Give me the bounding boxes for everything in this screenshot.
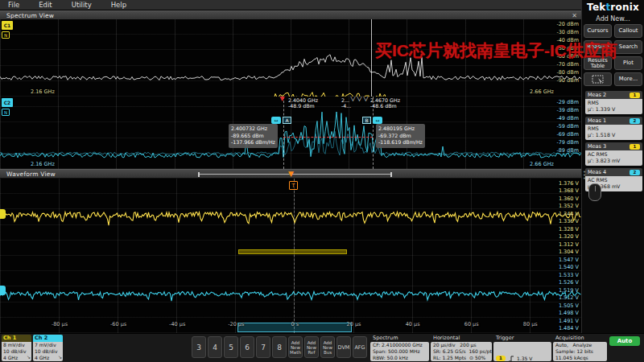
trigger-source-badge: 1 bbox=[496, 356, 506, 361]
acquisition-settings-badge[interactable]: Acquisition Auto, AnalyzeSample: 12 bits… bbox=[553, 335, 607, 361]
settings-bar: Ch 1 ↘8 mV/div10 dB/div4 GHz Ch 2 ↘7 mV/… bbox=[0, 333, 644, 362]
cursor-gate-line bbox=[283, 137, 373, 138]
horizontal-settings-badge[interactable]: Horizontal 20 µs/div 200 µsSR: 6.25 GS/s… bbox=[431, 335, 492, 361]
ch2-waveform-handle[interactable] bbox=[0, 286, 6, 295]
voltage-label-ch2: 1.526 V bbox=[559, 279, 579, 286]
spectrum-plot-ch2[interactable]: ▼ 2.4040 GHz-48.9 dBm 2...-4... ▽ ▽ ▽ 2.… bbox=[0, 97, 581, 169]
trigger-settings-badge[interactable]: Trigger 1 1.35 V Noise Reject bbox=[493, 335, 551, 361]
auto-trigger-button[interactable]: Auto bbox=[609, 336, 640, 346]
rising-edge-icon bbox=[508, 356, 514, 362]
dvm-button[interactable]: DVM bbox=[336, 336, 351, 358]
channel-1-badge[interactable]: Ch 1 ↘8 mV/div10 dB/div4 GHz bbox=[2, 335, 31, 361]
probe-icon: ↘ bbox=[58, 354, 62, 360]
waveform-plot[interactable]: T 1.376 V1.368 V1.360 V1.352 V1.344 V1.3… bbox=[0, 179, 581, 333]
channel-1-name: Ch 1 bbox=[2, 335, 31, 342]
measurement-type: RMS bbox=[588, 100, 640, 106]
db-label: -29 dBm bbox=[556, 99, 579, 105]
draw-a-box-icon bbox=[592, 75, 605, 84]
tektronix-logo: Tektronix bbox=[582, 0, 644, 13]
db-label: -70 dBm bbox=[556, 61, 579, 68]
time-label: 60 µs bbox=[464, 321, 479, 327]
peak-marker-icon[interactable]: ▽ bbox=[350, 97, 356, 102]
button-plot[interactable]: Plot bbox=[614, 56, 642, 70]
ch1-trace-type-badge[interactable]: N bbox=[2, 31, 10, 39]
spectrum-time-gate-ch1[interactable] bbox=[238, 249, 347, 254]
voltage-label-ch2: 1.540 V bbox=[559, 264, 579, 270]
peak-marker-icon[interactable]: ▽ bbox=[363, 97, 369, 102]
menu-item-help[interactable]: Help bbox=[103, 1, 138, 9]
measurement-badge[interactable]: Meas 31AC RMSµ': 3.823 mV bbox=[585, 142, 642, 166]
setting-line: RBW: 50.0 kHz bbox=[373, 355, 427, 361]
horizontal-settings-values: 20 µs/div 200 µsSR: 6.25 GS/s 160 ps/ptR… bbox=[431, 342, 492, 361]
cursor-a-line[interactable] bbox=[283, 97, 284, 169]
menu-item-file[interactable]: File bbox=[0, 1, 31, 9]
db-label: -90 dBm bbox=[556, 77, 579, 84]
channel-2-settings: ↘7 mV/div10 dB/div4 GHz bbox=[33, 342, 63, 361]
probe-icon: ↘ bbox=[27, 354, 31, 360]
channel-button-4[interactable]: 4 bbox=[208, 336, 222, 358]
spectrum-settings-badge[interactable]: Spectrum CF: 2.41000000 GHzSpan: 500.000… bbox=[370, 335, 429, 361]
channel-button-7[interactable]: 7 bbox=[256, 336, 270, 358]
afg-button[interactable]: AFG bbox=[353, 336, 367, 358]
db-label: -20 dBm bbox=[556, 21, 579, 27]
menu-item-edit[interactable]: Edit bbox=[31, 1, 63, 9]
cursor-a-handle-icon[interactable]: ↔ bbox=[271, 117, 281, 124]
voltage-label-ch2: 1.547 V bbox=[559, 257, 579, 263]
measurement-name: Meas 4 bbox=[588, 168, 606, 176]
trigger-indicator[interactable]: T bbox=[289, 181, 298, 190]
spectrum-view-title: Spectrum View bbox=[0, 12, 54, 19]
ch1-spectrum-badge[interactable]: C1 bbox=[2, 21, 13, 30]
marker-line[interactable] bbox=[371, 19, 372, 97]
channel-setting-line: 7 mV/div bbox=[35, 342, 61, 348]
channel-button-6[interactable]: 6 bbox=[240, 336, 254, 358]
add-new-bus-button[interactable]: Add New Bus bbox=[320, 336, 335, 358]
peak-marker-readout: 2.4670 GHz-48.6 dBm bbox=[370, 97, 400, 109]
measurement-badge[interactable]: Meas 12RMSµ': 1.518 V bbox=[585, 117, 642, 140]
ch1-start-freq: 2.16 GHz bbox=[31, 88, 55, 95]
voltage-label-ch1: 1.344 V bbox=[559, 211, 579, 217]
waveform-traces bbox=[0, 179, 581, 333]
button-search[interactable]: Search bbox=[614, 40, 642, 54]
button-cursors[interactable]: Cursors bbox=[584, 24, 612, 38]
measurement-type: AC RMS bbox=[588, 151, 640, 158]
trigger-settings-values: 1 1.35 V Noise Reject bbox=[493, 342, 551, 361]
db-label: -59 dBm bbox=[556, 123, 579, 130]
menu-item-utility[interactable]: Utility bbox=[64, 1, 103, 9]
add-new-math-button[interactable]: Add New Math bbox=[288, 336, 303, 358]
cursor-b-handle-icon[interactable]: ↔ bbox=[373, 117, 382, 124]
reference-marker-icon[interactable]: ▼ bbox=[279, 97, 285, 102]
channel-button-8[interactable]: 8 bbox=[272, 336, 287, 358]
measurement-header: Meas 21 bbox=[585, 91, 642, 99]
ch1-waveform-handle[interactable] bbox=[0, 209, 6, 219]
measurement-body: AC RMSµ': 3.823 mV bbox=[585, 150, 642, 166]
panel-resize-handle[interactable]: ••• bbox=[583, 171, 586, 180]
peak-marker-icon[interactable]: ▽ bbox=[357, 97, 362, 102]
db-label: -39 dBm bbox=[556, 107, 579, 113]
measurement-source-tag: 1 bbox=[630, 93, 640, 98]
measurement-name: Meas 3 bbox=[588, 142, 606, 150]
setting-line: 11.045 kAcqs bbox=[555, 355, 605, 361]
add-new-ref-button[interactable]: Add New Ref bbox=[304, 336, 319, 358]
ch2-spectrum-badge[interactable]: C2 bbox=[2, 98, 13, 107]
cursor-b-badge[interactable]: B bbox=[362, 117, 371, 124]
voltage-label-ch1: 1.352 V bbox=[559, 203, 579, 209]
channel-2-badge[interactable]: Ch 2 ↘7 mV/div10 dB/div4 GHz bbox=[33, 335, 63, 361]
channel-button-3[interactable]: 3 bbox=[192, 336, 206, 358]
button-callout[interactable]: Callout bbox=[614, 24, 642, 38]
add-new-label: Add New... bbox=[582, 15, 644, 23]
more-button[interactable]: More... bbox=[614, 72, 642, 86]
trigger-position-icon[interactable]: ▼ bbox=[288, 170, 294, 178]
waveform-trace-ch2 bbox=[0, 292, 581, 302]
cursor-a-badge[interactable]: A bbox=[283, 117, 291, 124]
voltage-label-ch2: 1.512 V bbox=[559, 294, 579, 301]
ch2-stop-freq: 2.66 GHz bbox=[530, 161, 554, 167]
measurement-type: RMS bbox=[588, 125, 640, 132]
time-label: 40 µs bbox=[406, 321, 420, 327]
measurement-badge[interactable]: Meas 21RMSµ': 1.339 V bbox=[585, 91, 642, 114]
ch2-trace-type-badge[interactable]: N bbox=[2, 109, 10, 116]
draw-a-box-button[interactable] bbox=[584, 72, 612, 86]
zoom-overview-slider[interactable] bbox=[198, 172, 392, 177]
trigger-level: 1.35 V bbox=[517, 356, 532, 362]
channel-button-5[interactable]: 5 bbox=[224, 336, 238, 358]
measurement-value: µ': 1.339 V bbox=[588, 106, 640, 113]
